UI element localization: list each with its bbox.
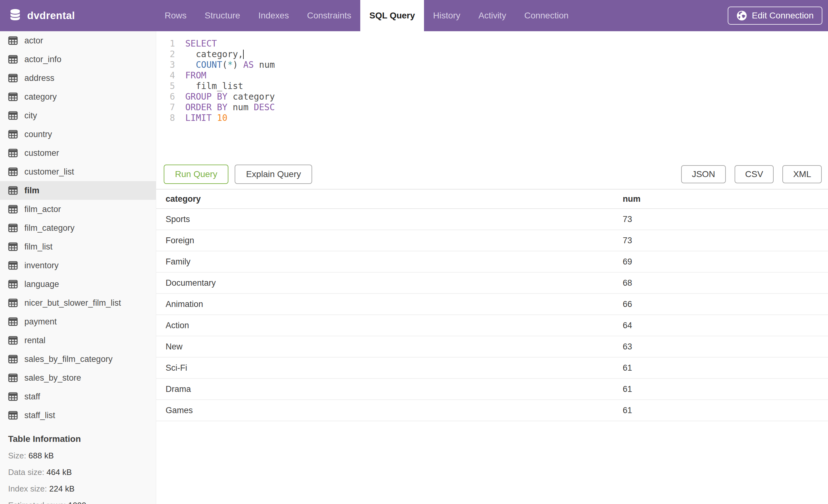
sql-editor[interactable]: 1 SELECT 2 category, 3 COUNT(*) AS num 4… (156, 31, 828, 163)
table-name: film (25, 186, 39, 195)
category-cell: Games (156, 400, 623, 421)
explain-query-button[interactable]: Explain Query (235, 165, 312, 184)
tables-list: actor actor_info address (0, 31, 156, 425)
sidebar-table-item[interactable]: film (0, 181, 156, 200)
globe-icon (737, 10, 747, 21)
sidebar-table-item[interactable]: film_actor (0, 200, 156, 219)
header-tab[interactable]: SQL Query (360, 0, 424, 31)
table-name: staff (25, 392, 40, 402)
app-header: dvdrental RowsStructureIndexesConstraint… (0, 0, 828, 31)
table-name: rental (25, 336, 46, 346)
table-grid-icon (8, 411, 18, 420)
table-information: Size: 688 kBData size: 464 kBIndex size:… (0, 451, 156, 504)
sidebar-table-item[interactable]: country (0, 125, 156, 144)
header-tabs: RowsStructureIndexesConstraintsSQL Query… (156, 0, 578, 31)
table-name: nicer_but_slower_film_list (25, 298, 121, 308)
category-cell: Sports (156, 209, 623, 230)
table-grid-icon (8, 280, 18, 288)
sidebar-table-item[interactable]: category (0, 87, 156, 106)
category-cell: New (156, 336, 623, 357)
database-icon (9, 9, 21, 22)
sidebar-table-item[interactable]: sales_by_film_category (0, 350, 156, 368)
code-text: FROM (175, 70, 206, 81)
table-name: sales_by_store (25, 373, 81, 383)
edit-connection-label: Edit Connection (752, 11, 814, 20)
table-name: language (25, 279, 59, 289)
sidebar-table-item[interactable]: customer (0, 144, 156, 163)
table-name: film_list (25, 242, 52, 252)
table-information-row: Data size: 464 kB (8, 467, 156, 477)
sidebar-table-item[interactable]: staff (0, 387, 156, 406)
sidebar-table-item[interactable]: language (0, 275, 156, 293)
export-button-json[interactable]: JSON (681, 165, 726, 183)
results-row: Action 64 (156, 315, 828, 336)
category-cell: Animation (156, 293, 623, 315)
sidebar-table-item[interactable]: inventory (0, 256, 156, 275)
table-grid-icon (8, 299, 18, 307)
table-grid-icon (8, 55, 18, 64)
table-grid-icon (8, 92, 18, 101)
table-grid-icon (8, 261, 18, 270)
code-text: COUNT(*) AS num (175, 60, 275, 70)
column-header-category: category (156, 189, 623, 209)
table-grid-icon (8, 74, 18, 83)
table-name: staff_list (25, 411, 55, 420)
export-button-csv[interactable]: CSV (735, 165, 774, 183)
sidebar-table-item[interactable]: film_category (0, 219, 156, 237)
code-line: 3 COUNT(*) AS num (156, 60, 828, 70)
code-text: GROUP BY category (175, 91, 275, 102)
num-cell: 61 (623, 378, 828, 400)
results-row: Foreign 73 (156, 230, 828, 251)
header-tab[interactable]: Connection (515, 0, 578, 31)
num-cell: 69 (623, 251, 828, 272)
database-name: dvdrental (27, 10, 75, 21)
results-row: Sports 73 (156, 209, 828, 230)
sidebar-table-item[interactable]: actor (0, 31, 156, 50)
query-toolbar: Run Query Explain Query JSONCSVXML (164, 165, 822, 184)
table-name: country (25, 130, 52, 139)
table-name: film_category (25, 223, 75, 233)
header-tab[interactable]: Structure (196, 0, 249, 31)
results-header-row: category num (156, 189, 828, 209)
results-row: Drama 61 (156, 378, 828, 400)
header-tab[interactable]: Constraints (298, 0, 361, 31)
results-row: Sci-Fi 61 (156, 357, 828, 378)
text-cursor (243, 50, 244, 59)
sidebar-table-item[interactable]: address (0, 69, 156, 87)
sidebar-table-item[interactable]: sales_by_store (0, 368, 156, 387)
table-name: film_actor (25, 204, 61, 214)
edit-connection-button[interactable]: Edit Connection (728, 7, 822, 25)
column-header-num: num (623, 189, 828, 209)
sidebar-table-item[interactable]: nicer_but_slower_film_list (0, 293, 156, 312)
category-cell: Foreign (156, 230, 623, 251)
main-panel: 1 SELECT 2 category, 3 COUNT(*) AS num 4… (156, 31, 828, 504)
table-grid-icon (8, 149, 18, 157)
sidebar-table-item[interactable]: film_list (0, 237, 156, 256)
sidebar-table-item[interactable]: customer_list (0, 163, 156, 181)
header-tab[interactable]: Activity (469, 0, 515, 31)
sidebar-table-item[interactable]: city (0, 106, 156, 125)
num-cell: 61 (623, 400, 828, 421)
run-query-button[interactable]: Run Query (164, 165, 229, 184)
code-text: category, (175, 49, 244, 60)
table-grid-icon (8, 224, 18, 232)
sidebar-table-item[interactable]: rental (0, 331, 156, 350)
line-number: 1 (156, 38, 175, 49)
sidebar-table-item[interactable]: actor_info (0, 50, 156, 69)
sidebar-table-item[interactable]: staff_list (0, 406, 156, 425)
results-table: category num Sports 73 Foreign 73 Family… (156, 189, 828, 421)
table-grid-icon (8, 186, 18, 195)
num-cell: 73 (623, 230, 828, 251)
num-cell: 63 (623, 336, 828, 357)
table-name: actor_info (25, 55, 61, 64)
header-tab[interactable]: Indexes (249, 0, 298, 31)
header-tab[interactable]: History (424, 0, 469, 31)
header-tab[interactable]: Rows (156, 0, 196, 31)
export-button-xml[interactable]: XML (782, 165, 822, 183)
num-cell: 64 (623, 315, 828, 336)
table-name: customer_list (25, 167, 74, 177)
table-grid-icon (8, 373, 18, 382)
sidebar-table-item[interactable]: payment (0, 312, 156, 331)
results-row: Documentary 68 (156, 272, 828, 293)
num-cell: 66 (623, 293, 828, 315)
